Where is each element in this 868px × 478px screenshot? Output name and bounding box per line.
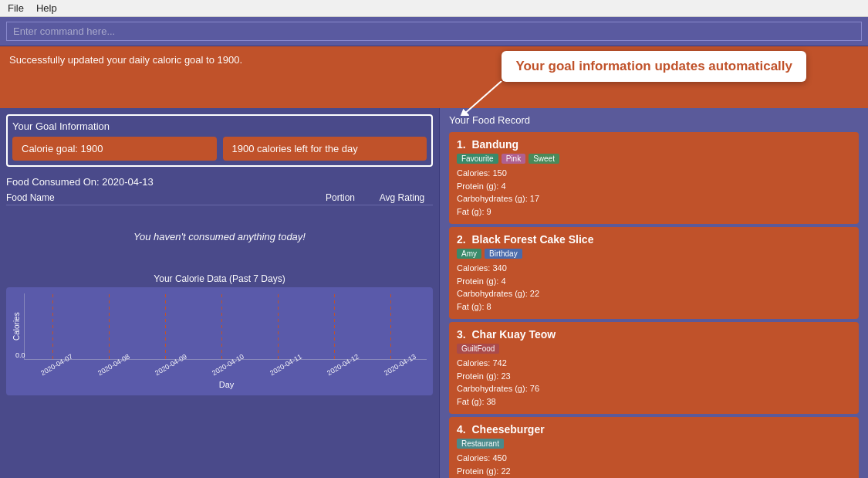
callout-box: Your goal information updates automatica… [502,51,806,82]
chart-zero: 0.0 [15,351,25,359]
callout-text: Your goal information updates automatica… [515,59,792,73]
food-item-4-header: 4. Cheeseburger [457,423,851,436]
dashed-line-7 [390,293,391,359]
x-axis-title: Day [26,380,427,389]
tag-amy: Amy [457,249,481,259]
tag-restaurant: Restaurant [457,439,504,449]
chart-title: Your Calorie Data (Past 7 Days) [6,273,433,284]
menu-help[interactable]: Help [36,2,57,14]
dashed-line-3 [165,293,166,359]
tag-sweet: Sweet [529,154,559,164]
food-item-4: 4. Cheeseburger Restaurant Calories: 450… [449,417,859,478]
consumed-title: Food Consumed On: 2020-04-13 [6,176,433,188]
dashed-line-5 [278,293,279,359]
banner-area: Successfully updated your daily caloric … [0,46,868,108]
menu-file[interactable]: File [8,2,24,14]
y-axis-label: Calories [12,293,21,360]
goal-section: Your Goal Information Calorie goal: 1900… [6,114,433,167]
col-header-portion: Portion [309,192,371,203]
food-item-4-tags: Restaurant [457,439,851,449]
chart-area: Calories 0.0 2020-04-07 [6,287,433,395]
food-item-3-detail: Calories: 742 Protein (g): 23 Carbohydra… [457,357,851,408]
food-item-2: 2. Black Forest Cake Slice Amy Birthday … [449,227,859,319]
food-item-3-tags: GuiltFood [457,344,851,354]
food-item-4-detail: Calories: 450 Protein (g): 22 [457,452,851,477]
dashed-line-2 [109,293,110,359]
goal-cards: Calorie goal: 1900 1900 calories left fo… [12,137,427,161]
x-axis: 2020-04-07 2020-04-08 2020-04-09 2020-04… [26,361,427,369]
food-item-3: 3. Char Kuay Teow GuiltFood Calories: 74… [449,322,859,414]
food-table-header: Food Name Portion Avg Rating [6,191,433,205]
food-item-1-detail: Calories: 150 Protein (g): 4 Carbohydrat… [457,167,851,218]
chart-plot: 0.0 [24,293,427,360]
tag-guiltfood: GuiltFood [457,344,499,354]
left-panel: Your Goal Information Calorie goal: 1900… [0,108,440,478]
banner-message: Successfully updated your daily caloric … [9,54,242,66]
food-item-1-tags: Favourite Pink Sweet [457,154,851,164]
command-input[interactable] [6,22,862,41]
calorie-goal-card: Calorie goal: 1900 [12,137,217,161]
food-item-2-tags: Amy Birthday [457,249,851,259]
svg-line-0 [463,81,502,115]
callout-arrow [455,81,509,116]
dashed-line-1 [52,293,53,359]
col-header-rating: Avg Rating [371,192,433,203]
calories-left-card: 1900 calories left for the day [223,137,427,161]
col-header-name: Food Name [6,192,309,203]
food-item-2-detail: Calories: 340 Protein (g): 4 Carbohydrat… [457,262,851,313]
dashed-line-6 [334,293,335,359]
food-item-3-header: 3. Char Kuay Teow [457,328,851,341]
command-bar [0,17,868,46]
tag-pink: Pink [502,154,525,164]
food-item-2-header: 2. Black Forest Cake Slice [457,233,851,246]
main-layout: Your Goal Information Calorie goal: 1900… [0,108,868,478]
menubar: File Help [0,0,868,17]
tag-favourite: Favourite [457,154,498,164]
right-panel[interactable]: Your Food Record 1. Bandung Favourite Pi… [440,108,868,478]
chart-section: Your Calorie Data (Past 7 Days) Calories… [6,273,433,478]
food-table-empty: You haven't consumed anything today! [6,205,433,267]
tag-birthday: Birthday [485,249,522,259]
dashed-line-4 [221,293,222,359]
consumed-section: Food Consumed On: 2020-04-13 Food Name P… [6,176,433,267]
food-item-1: 1. Bandung Favourite Pink Sweet Calories… [449,132,859,224]
food-item-1-header: 1. Bandung [457,138,851,151]
goal-title: Your Goal Information [12,120,427,132]
